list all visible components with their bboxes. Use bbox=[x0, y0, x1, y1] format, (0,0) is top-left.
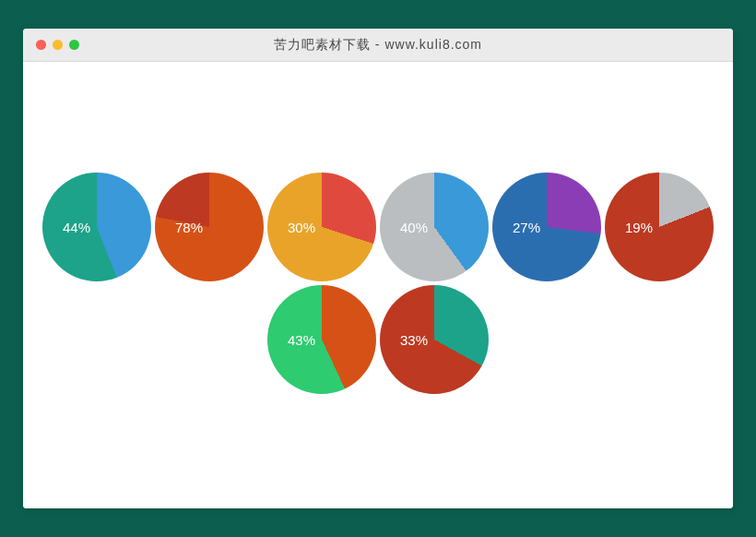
pie-label: 27% bbox=[513, 220, 540, 235]
browser-window: 苦力吧素材下载 - www.kuli8.com 44% 78% 30% 40% … bbox=[23, 29, 733, 508]
window-title: 苦力吧素材下载 - www.kuli8.com bbox=[23, 37, 733, 54]
pie-chart: 78% bbox=[155, 173, 264, 281]
pie-chart: 33% bbox=[380, 285, 489, 394]
minimize-icon[interactable] bbox=[53, 40, 63, 50]
pie-label: 43% bbox=[288, 332, 315, 348]
maximize-icon[interactable] bbox=[69, 40, 79, 50]
pie-label: 19% bbox=[625, 220, 653, 235]
content-area: 44% 78% 30% 40% 27% 19% 43% 33% bbox=[23, 62, 733, 508]
chart-row-2: 43% 33% bbox=[267, 285, 489, 394]
traffic-lights bbox=[23, 40, 79, 50]
chart-row-1: 44% 78% 30% 40% 27% 19% bbox=[42, 173, 714, 281]
pie-chart: 43% bbox=[267, 285, 376, 394]
pie-label: 44% bbox=[63, 220, 90, 235]
pie-chart: 44% bbox=[42, 173, 151, 281]
close-icon[interactable] bbox=[36, 40, 46, 50]
title-bar: 苦力吧素材下载 - www.kuli8.com bbox=[23, 29, 733, 62]
pie-label: 30% bbox=[288, 220, 315, 235]
pie-chart: 27% bbox=[492, 173, 601, 281]
pie-label: 40% bbox=[400, 220, 428, 235]
pie-label: 78% bbox=[175, 220, 203, 235]
pie-chart: 19% bbox=[605, 173, 714, 281]
pie-label: 33% bbox=[400, 332, 428, 348]
pie-chart: 40% bbox=[380, 173, 489, 281]
pie-chart: 30% bbox=[267, 173, 376, 281]
